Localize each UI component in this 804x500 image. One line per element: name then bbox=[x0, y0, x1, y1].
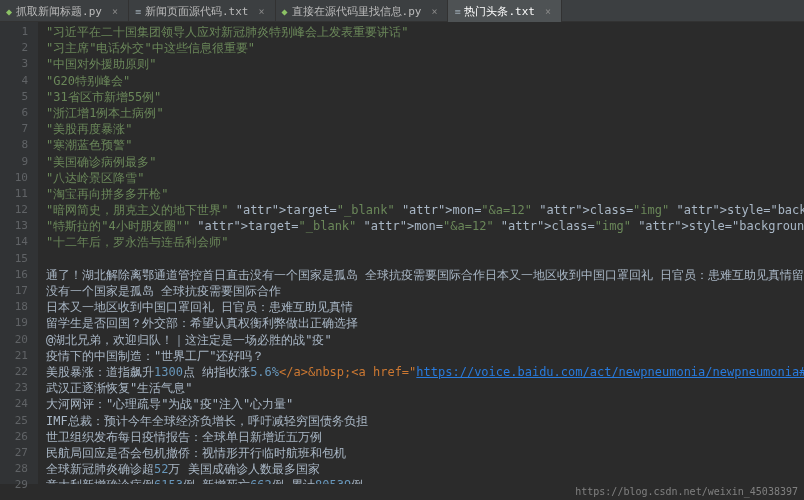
close-icon[interactable]: × bbox=[258, 6, 264, 17]
code-line: 疫情下的中国制造："世界工厂"还好吗？ bbox=[46, 348, 804, 364]
line-gutter: 1234567891011121314151617181920212223242… bbox=[0, 22, 38, 484]
code-line: 没有一个国家是孤岛 全球抗疫需要国际合作 bbox=[46, 283, 804, 299]
code-line: "习近平在二十国集团领导人应对新冠肺炎特别峰会上发表重要讲话" bbox=[46, 24, 804, 40]
line-number: 19 bbox=[0, 315, 28, 331]
line-number: 9 bbox=[0, 154, 28, 170]
code-line: "习主席"电话外交"中这些信息很重要" bbox=[46, 40, 804, 56]
line-number: 3 bbox=[0, 56, 28, 72]
tab-label: 热门头条.txt bbox=[464, 4, 535, 19]
code-line bbox=[46, 251, 804, 267]
line-number: 7 bbox=[0, 121, 28, 137]
line-number: 20 bbox=[0, 332, 28, 348]
code-line: "31省区市新增55例" bbox=[46, 89, 804, 105]
close-icon[interactable]: × bbox=[112, 6, 118, 17]
line-number: 11 bbox=[0, 186, 28, 202]
code-line: "美国确诊病例最多" bbox=[46, 154, 804, 170]
line-number: 1 bbox=[0, 24, 28, 40]
line-number: 28 bbox=[0, 461, 28, 477]
line-number: 5 bbox=[0, 89, 28, 105]
line-number: 18 bbox=[0, 299, 28, 315]
code-line: "八达岭景区降雪" bbox=[46, 170, 804, 186]
line-number: 2 bbox=[0, 40, 28, 56]
code-line: "十二年后，罗永浩与连岳利会师" bbox=[46, 234, 804, 250]
line-number: 21 bbox=[0, 348, 28, 364]
line-number: 25 bbox=[0, 413, 28, 429]
line-number: 24 bbox=[0, 396, 28, 412]
editor-tabs: ◆抓取新闻标题.py×≡新闻页面源代码.txt×◆直接在源代码里找信息.py×≡… bbox=[0, 0, 804, 22]
python-file-icon: ◆ bbox=[6, 6, 12, 17]
code-line: "美股再度暴涨" bbox=[46, 121, 804, 137]
editor-area: 1234567891011121314151617181920212223242… bbox=[0, 22, 804, 484]
tab-1[interactable]: ≡新闻页面源代码.txt× bbox=[129, 0, 276, 22]
close-icon[interactable]: × bbox=[545, 6, 551, 17]
code-line: 全球新冠肺炎确诊超52万 美国成确诊人数最多国家 bbox=[46, 461, 804, 477]
line-number: 12 bbox=[0, 202, 28, 218]
line-number: 15 bbox=[0, 251, 28, 267]
line-number: 26 bbox=[0, 429, 28, 445]
code-line: 意大利新增确诊病例6153例 新增死亡662例 累计80539例 bbox=[46, 477, 804, 484]
tab-label: 直接在源代码里找信息.py bbox=[292, 4, 422, 19]
code-line: "浙江增1例本土病例" bbox=[46, 105, 804, 121]
status-bar: https://blog.csdn.net/weixin_45038397 bbox=[569, 484, 804, 500]
text-file-icon: ≡ bbox=[454, 6, 460, 17]
tab-0[interactable]: ◆抓取新闻标题.py× bbox=[0, 0, 129, 22]
line-number: 14 bbox=[0, 234, 28, 250]
line-number: 22 bbox=[0, 364, 28, 380]
line-number: 13 bbox=[0, 218, 28, 234]
code-line: IMF总裁：预计今年全球经济负增长，呼吁减轻穷国债务负担 bbox=[46, 413, 804, 429]
line-number: 17 bbox=[0, 283, 28, 299]
code-line: "寒潮蓝色预警" bbox=[46, 137, 804, 153]
close-icon[interactable]: × bbox=[431, 6, 437, 17]
line-number: 29 bbox=[0, 477, 28, 493]
tab-label: 抓取新闻标题.py bbox=[16, 4, 102, 19]
text-file-icon: ≡ bbox=[135, 6, 141, 17]
code-line: @湖北兄弟，欢迎归队！｜这注定是一场必胜的战"疫" bbox=[46, 332, 804, 348]
code-line: "暗网简史，朋克主义的地下世界" "attr">target="_blank" … bbox=[46, 202, 804, 218]
code-content[interactable]: "习近平在二十国集团领导人应对新冠肺炎特别峰会上发表重要讲话""习主席"电话外交… bbox=[38, 22, 804, 484]
code-line: 日本又一地区收到中国口罩回礼 日官员：患难互助见真情 bbox=[46, 299, 804, 315]
line-number: 16 bbox=[0, 267, 28, 283]
code-line: 武汉正逐渐恢复"生活气息" bbox=[46, 380, 804, 396]
code-line: 世卫组织发布每日疫情报告：全球单日新增近五万例 bbox=[46, 429, 804, 445]
code-line: "淘宝再向拼多多开枪" bbox=[46, 186, 804, 202]
line-number: 8 bbox=[0, 137, 28, 153]
code-line: "特斯拉的"4小时朋友圈"" "attr">target="_blank" "a… bbox=[46, 218, 804, 234]
code-line: "G20特别峰会" bbox=[46, 73, 804, 89]
code-line: 大河网评："心理疏导"为战"疫"注入"心力量" bbox=[46, 396, 804, 412]
python-file-icon: ◆ bbox=[282, 6, 288, 17]
code-line: 美股暴涨：道指飙升1300点 纳指收涨5.6%</a>&nbsp;<a href… bbox=[46, 364, 804, 380]
tab-label: 新闻页面源代码.txt bbox=[145, 4, 249, 19]
code-line: "中国对外援助原则" bbox=[46, 56, 804, 72]
line-number: 4 bbox=[0, 73, 28, 89]
tab-2[interactable]: ◆直接在源代码里找信息.py× bbox=[276, 0, 449, 22]
code-line: 留学生是否回国？外交部：希望认真权衡利弊做出正确选择 bbox=[46, 315, 804, 331]
line-number: 23 bbox=[0, 380, 28, 396]
line-number: 27 bbox=[0, 445, 28, 461]
code-line: 民航局回应是否会包机撤侨：视情形开行临时航班和包机 bbox=[46, 445, 804, 461]
code-line: 通了！湖北解除离鄂通道管控首日直击没有一个国家是孤岛 全球抗疫需要国际合作日本又… bbox=[46, 267, 804, 283]
line-number: 6 bbox=[0, 105, 28, 121]
tab-3[interactable]: ≡热门头条.txt× bbox=[448, 0, 562, 22]
line-number: 10 bbox=[0, 170, 28, 186]
